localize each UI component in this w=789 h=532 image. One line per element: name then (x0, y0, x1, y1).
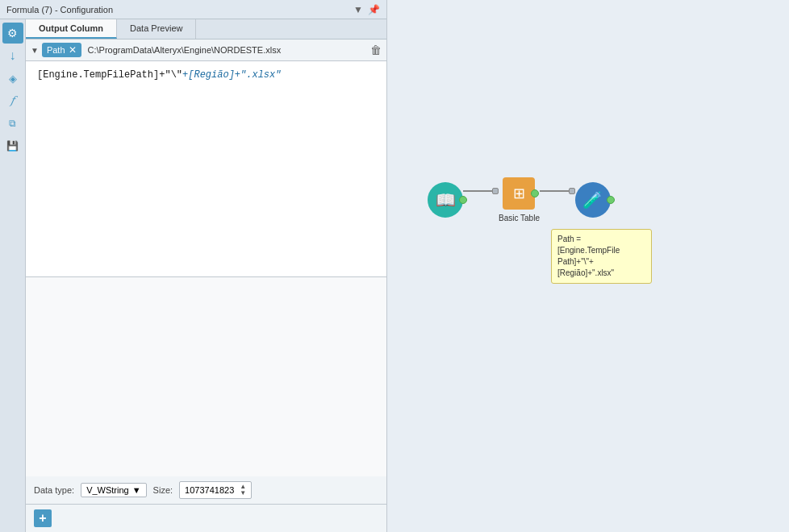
size-input[interactable]: 1073741823 ▲ ▼ (179, 481, 252, 499)
size-label: Size: (153, 485, 173, 495)
formula-italic: +[Região]+".xlsx" (182, 69, 281, 81)
formula-spacer (26, 277, 386, 476)
table-port-left (492, 188, 499, 194)
main-area: Output Column Data Preview ▼ Path ✕ C:\P… (26, 19, 386, 532)
sidebar-icon-copy[interactable]: ⧉ (2, 113, 23, 134)
book-node-icon: 📖 (428, 182, 463, 218)
node-formula[interactable]: 🧪 Path =[Engine.TempFilePath]+"\"+[Regiã… (575, 182, 611, 218)
add-formula-button[interactable]: + (34, 509, 52, 527)
book-icon-wrapper: 📖 (428, 182, 463, 218)
add-button-row: + (26, 505, 386, 532)
node-book[interactable]: 📖 (428, 182, 463, 218)
delete-row-button[interactable]: 🗑 (370, 44, 382, 56)
tooltip-text: Path =[Engine.TempFilePath]+"\"+[Região]… (557, 235, 620, 277)
sidebar-icon-arrow[interactable]: ↓ (2, 45, 23, 66)
sidebar-icon-tag[interactable]: ◈ (2, 68, 23, 89)
formula-text: [Engine.TempFilePath]+"\"+[Região]+".xls… (37, 69, 375, 81)
formula-port-left (569, 188, 575, 194)
connector-2 (540, 188, 575, 194)
spinner-down[interactable]: ▼ (240, 490, 246, 497)
table-node-label: Basic Table (499, 214, 540, 222)
datatype-dropdown-icon: ▼ (132, 485, 141, 495)
node-table[interactable]: ⊞ Basic Table (499, 177, 540, 222)
datatype-select[interactable]: V_WString ▼ (81, 483, 146, 497)
field-value: C:\ProgramData\Alteryx\Engine\NORDESTE.x… (85, 44, 367, 56)
connector-1 (463, 188, 499, 194)
table-port-out (531, 189, 539, 197)
book-port-out (459, 196, 467, 204)
formula-node-icon: 🧪 (575, 182, 611, 218)
sidebar-icon-save[interactable]: 💾 (2, 135, 23, 156)
content-area: ⚙ ↓ ◈ 𝑓 ⧉ 💾 Output Column Data Preview ▼… (0, 19, 386, 532)
formula-tooltip: Path =[Engine.TempFilePath]+"\"+[Região]… (551, 229, 652, 284)
size-spinners: ▲ ▼ (240, 484, 246, 497)
field-name-tag: Path ✕ (42, 43, 81, 57)
pin-icon[interactable]: 📌 (368, 4, 380, 15)
sidebar-icon-settings[interactable]: ⚙ (2, 23, 23, 44)
sidebar-icons: ⚙ ↓ ◈ 𝑓 ⧉ 💾 (0, 19, 26, 532)
datatype-value: V_WString (86, 485, 129, 495)
panel-title-bar: Formula (7) - Configuration ▼ 📌 (0, 0, 386, 19)
connector-line-2 (540, 190, 569, 192)
size-value: 1073741823 (185, 485, 234, 495)
left-panel: Formula (7) - Configuration ▼ 📌 ⚙ ↓ ◈ 𝑓 … (0, 0, 387, 532)
tabs-row: Output Column Data Preview (26, 19, 386, 39)
datatype-label: Data type: (34, 485, 74, 495)
tab-output-column[interactable]: Output Column (26, 19, 117, 39)
formula-expression-area[interactable]: [Engine.TempFilePath]+"\"+[Região]+".xls… (26, 61, 386, 277)
dropdown-icon[interactable]: ▼ (353, 4, 363, 15)
table-node-icon: ⊞ (503, 177, 535, 210)
panel-title: Formula (7) - Configuration (6, 5, 113, 15)
formula-port-out (607, 196, 615, 204)
panel-title-icons: ▼ 📌 (353, 4, 380, 15)
tab-data-preview[interactable]: Data Preview (117, 19, 196, 39)
sidebar-icon-formula[interactable]: 𝑓 (2, 90, 23, 111)
table-icon-wrapper: ⊞ (503, 177, 535, 210)
expand-button[interactable]: ▼ (31, 46, 39, 55)
formula-icon-wrapper: 🧪 (575, 182, 611, 218)
field-name-close[interactable]: ✕ (69, 44, 77, 56)
datatype-row: Data type: V_WString ▼ Size: 1073741823 … (26, 476, 386, 505)
connector-line-1 (463, 190, 492, 192)
formula-row: ▼ Path ✕ C:\ProgramData\Alteryx\Engine\N… (26, 39, 386, 61)
workflow-container: 📖 ⊞ Basic Table (428, 177, 611, 222)
field-name-text: Path (47, 45, 65, 55)
right-canvas: 📖 ⊞ Basic Table (387, 0, 789, 532)
